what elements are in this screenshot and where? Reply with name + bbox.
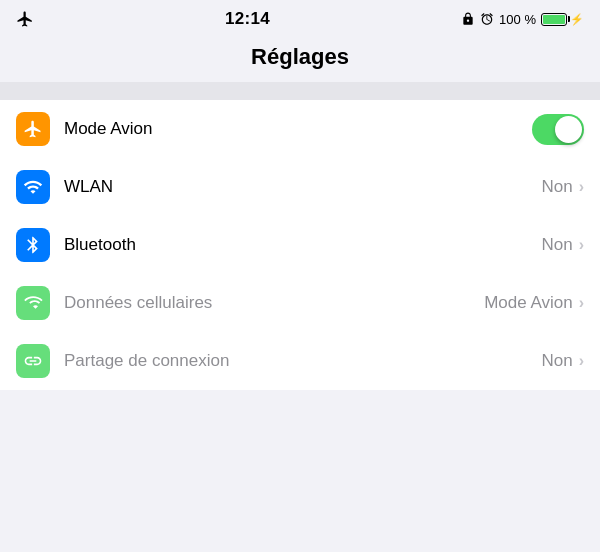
cellular-icon-bg [16, 286, 50, 320]
settings-row-mode-avion[interactable]: Mode Avion [0, 100, 600, 158]
wifi-icon [23, 177, 43, 197]
bluetooth-value: Non [541, 235, 572, 255]
toggle-knob [555, 116, 582, 143]
battery-container: ⚡ [541, 13, 584, 26]
wlan-chevron: › [579, 179, 584, 195]
battery-percent: 100 % [499, 12, 536, 27]
wlan-value: Non [541, 177, 572, 197]
status-right: 100 % ⚡ [461, 12, 584, 27]
wlan-label: WLAN [64, 177, 541, 197]
alarm-icon [480, 12, 494, 26]
wlan-icon-bg [16, 170, 50, 204]
bluetooth-icon-bg [16, 228, 50, 262]
lock-icon [461, 12, 475, 26]
page-title: Réglages [0, 36, 600, 82]
bluetooth-icon [23, 235, 43, 255]
cellular-icon [23, 293, 43, 313]
settings-row-wlan[interactable]: WLAN Non › [0, 158, 600, 216]
donnees-cellulaires-label: Données cellulaires [64, 293, 484, 313]
bluetooth-label: Bluetooth [64, 235, 541, 255]
settings-row-bluetooth[interactable]: Bluetooth Non › [0, 216, 600, 274]
partage-connexion-chevron: › [579, 353, 584, 369]
status-left [16, 10, 34, 28]
mode-avion-icon-bg [16, 112, 50, 146]
mode-avion-label: Mode Avion [64, 119, 532, 139]
section-separator [0, 82, 600, 100]
bolt-icon: ⚡ [570, 13, 584, 26]
airplane-status-icon [16, 10, 34, 28]
battery-icon [541, 13, 567, 26]
link-icon [23, 351, 43, 371]
settings-list: Mode Avion WLAN Non › Bluetooth Non › [0, 100, 600, 390]
toggle-switch[interactable] [532, 114, 584, 145]
bluetooth-chevron: › [579, 237, 584, 253]
partage-icon-bg [16, 344, 50, 378]
settings-row-donnees-cellulaires[interactable]: Données cellulaires Mode Avion › [0, 274, 600, 332]
settings-row-partage-connexion[interactable]: Partage de connexion Non › [0, 332, 600, 390]
donnees-cellulaires-chevron: › [579, 295, 584, 311]
partage-connexion-value: Non [541, 351, 572, 371]
donnees-cellulaires-value: Mode Avion [484, 293, 573, 313]
airplane-icon [23, 119, 43, 139]
battery-fill [543, 15, 565, 24]
status-bar: 12:14 100 % ⚡ [0, 0, 600, 36]
status-time: 12:14 [225, 9, 270, 29]
mode-avion-toggle[interactable] [532, 114, 584, 145]
partage-connexion-label: Partage de connexion [64, 351, 541, 371]
